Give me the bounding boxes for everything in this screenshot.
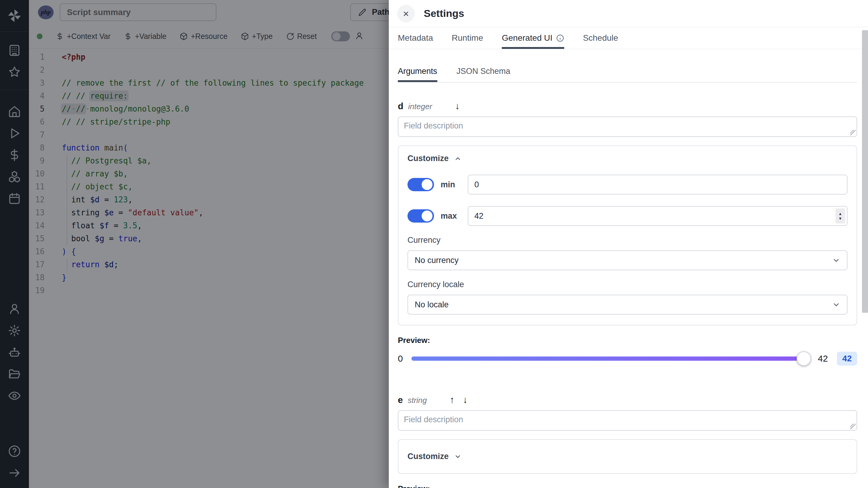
move-up-icon[interactable]: ↑ — [450, 395, 455, 405]
currency-value: No currency — [415, 256, 459, 265]
field-type: integer — [408, 102, 432, 111]
field-d-customize-card: Customize min max ▲▼ — [398, 145, 857, 325]
max-row: max ▲▼ — [407, 206, 847, 226]
field-e-description-input[interactable] — [398, 410, 857, 431]
slider-max-value: 42 — [818, 353, 828, 364]
min-row: min — [407, 175, 847, 195]
chevron-up-icon — [454, 155, 461, 162]
chevron-down-icon — [454, 453, 461, 460]
close-icon[interactable]: × — [397, 5, 415, 22]
move-down-icon[interactable]: ↓ — [463, 395, 468, 405]
settings-tab-bar: Metadata Runtime Generated UI Schedule — [389, 27, 868, 49]
tab-label: Runtime — [452, 33, 483, 43]
slider-min-value: 0 — [398, 353, 403, 364]
info-icon — [556, 34, 564, 42]
field-type: string — [408, 396, 427, 405]
field-d-description-input[interactable] — [398, 116, 857, 137]
field-d-preview-label: Preview: — [398, 336, 857, 345]
customize-toggle[interactable]: Customize — [407, 154, 847, 163]
currency-label: Currency — [407, 235, 847, 245]
customize-toggle[interactable]: Customize — [407, 452, 847, 461]
customize-label: Customize — [407, 154, 449, 163]
field-d-preview-slider: 0 42 42 — [398, 352, 857, 366]
field-e-customize-card: Customize — [398, 439, 857, 474]
settings-drawer: × Settings Metadata Runtime Generated UI… — [389, 0, 868, 488]
tab-generated-ui[interactable]: Generated UI — [502, 27, 564, 49]
tab-schedule[interactable]: Schedule — [583, 27, 618, 49]
min-label: min — [441, 180, 460, 190]
modal-dim-overlay[interactable] — [0, 0, 389, 488]
currency-select[interactable]: No currency — [407, 250, 847, 270]
settings-title: Settings — [424, 7, 464, 19]
field-name: e — [398, 395, 403, 405]
field-e-preview-label: Preview: — [398, 484, 857, 488]
settings-header: × Settings — [389, 0, 868, 27]
tab-runtime[interactable]: Runtime — [452, 27, 483, 49]
drawer-scrollbar[interactable] — [862, 30, 868, 313]
customize-label: Customize — [407, 452, 449, 461]
resize-handle[interactable] — [850, 424, 856, 429]
number-spinner[interactable]: ▲▼ — [835, 208, 845, 224]
max-label: max — [441, 211, 460, 221]
max-value-input[interactable] — [468, 206, 847, 226]
slider-handle[interactable] — [797, 351, 811, 366]
chevron-down-icon — [832, 256, 840, 264]
field-d-header: d integer ↓ — [398, 101, 857, 112]
field-e-header: e string ↑ ↓ — [398, 395, 857, 405]
currency-locale-label: Currency locale — [407, 280, 847, 289]
currency-locale-value: No locale — [415, 300, 449, 310]
tab-label: Generated UI — [502, 33, 553, 43]
max-toggle[interactable] — [407, 209, 434, 223]
min-toggle[interactable] — [407, 178, 434, 191]
resize-handle[interactable] — [850, 130, 856, 136]
subtab-json-schema[interactable]: JSON Schema — [457, 67, 510, 82]
subtab-arguments[interactable]: Arguments — [398, 67, 437, 82]
slider-value-badge: 42 — [837, 352, 857, 366]
tab-label: Schedule — [583, 33, 618, 43]
generated-ui-panel: Arguments JSON Schema d integer ↓ Custom… — [389, 49, 868, 488]
arguments-tab-bar: Arguments JSON Schema — [398, 67, 857, 83]
min-value-input[interactable] — [468, 175, 847, 195]
slider-track[interactable] — [411, 356, 809, 361]
chevron-down-icon — [832, 301, 840, 309]
field-name: d — [398, 101, 403, 111]
tab-label: Metadata — [398, 33, 433, 43]
tab-metadata[interactable]: Metadata — [398, 27, 433, 49]
currency-locale-select[interactable]: No locale — [407, 295, 847, 315]
move-down-icon[interactable]: ↓ — [455, 101, 460, 112]
